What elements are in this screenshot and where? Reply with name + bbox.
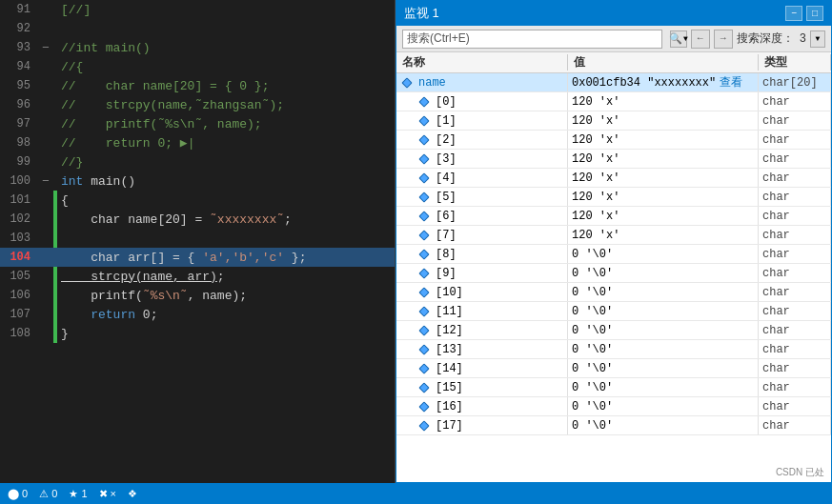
line-num-93: 93 <box>0 41 38 54</box>
line-num-102: 102 <box>0 212 38 226</box>
watch-name-text-12: [11] <box>436 305 463 318</box>
search-icon-btn[interactable]: 🔍 ▼ <box>670 30 687 48</box>
svg-rect-35 <box>420 402 428 410</box>
watch-cell-name-10: [9] <box>396 264 568 282</box>
svg-rect-11 <box>420 173 428 181</box>
depth-dropdown[interactable]: ▼ <box>810 30 825 48</box>
watch-item-icon-1 <box>417 95 431 109</box>
watch-cell-name-18: [17] <box>396 416 568 434</box>
watch-name-text-0: name <box>418 76 446 90</box>
watch-value-text-15: 0 '\0' <box>572 362 613 375</box>
watch-row-1[interactable]: [0]120 'x'char <box>396 92 831 111</box>
watch-value-text-11: 0 '\0' <box>572 286 613 299</box>
watch-value-text-3: 120 'x' <box>572 133 619 147</box>
watch-cell-name-13: [12] <box>396 321 568 339</box>
code-line-103: 103 <box>0 229 395 248</box>
watch-row-3[interactable]: [2]120 'x'char <box>396 131 831 150</box>
watch-row-5[interactable]: [4]120 'x'char <box>396 169 831 188</box>
watch-row-2[interactable]: [1]120 'x'char <box>396 111 831 131</box>
watch-row-8[interactable]: [7]120 'x'char <box>396 226 831 245</box>
watch-row-15[interactable]: [14]0 '\0'char <box>396 359 831 378</box>
watch-cell-type-17: char <box>759 397 831 415</box>
svg-rect-31 <box>420 364 428 372</box>
watch-cell-name-14: [13] <box>396 340 568 358</box>
watch-item-icon-17 <box>417 400 431 413</box>
watch-cell-name-16: [15] <box>396 378 568 396</box>
watch-maximize-btn[interactable]: □ <box>806 6 823 21</box>
status-misc2: ❖ <box>128 488 137 500</box>
watch-type-text-3: char <box>762 133 790 147</box>
watch-item-icon-3 <box>417 133 431 147</box>
code-content-94: //{ <box>53 60 395 74</box>
watch-cell-value-7: 120 'x' <box>568 207 759 225</box>
watch-row-18[interactable]: [17]0 '\0'char <box>396 416 831 435</box>
watch-cell-type-4: char <box>759 150 831 168</box>
svg-rect-33 <box>420 383 428 391</box>
fold-100[interactable]: − <box>38 174 53 189</box>
watch-item-icon-11 <box>417 286 431 299</box>
forward-nav-btn[interactable]: → <box>714 30 733 49</box>
watch-cell-value-11: 0 '\0' <box>568 283 759 301</box>
code-content-104: char arr[] = { 'a','b','c' }; <box>53 251 395 265</box>
watch-type-text-17: char <box>762 400 790 413</box>
status-bar: ⬤ 0 ⚠ 0 ★ 1 ✖ × ❖ <box>0 483 832 504</box>
watch-titlebar: 监视 1 − □ <box>396 1 831 26</box>
svg-rect-7 <box>420 135 428 143</box>
watch-row-6[interactable]: [5]120 'x'char <box>396 188 831 207</box>
fold-93[interactable]: − <box>38 41 53 55</box>
watch-row-12[interactable]: [11]0 '\0'char <box>396 302 831 321</box>
watch-cell-type-8: char <box>759 226 831 244</box>
watch-view-link-0[interactable]: 查看 <box>720 74 742 91</box>
watch-row-0[interactable]: name0x001cfb34 "xxxxxxxx"查看char[20] <box>396 73 831 92</box>
watch-row-17[interactable]: [16]0 '\0'char <box>396 397 831 416</box>
watch-row-10[interactable]: [9]0 '\0'char <box>396 264 831 283</box>
watch-name-text-7: [6] <box>436 210 457 223</box>
line-num-98: 98 <box>0 136 38 150</box>
watch-item-icon-6 <box>417 191 431 204</box>
watch-type-text-0: char[20] <box>762 76 818 90</box>
green-bar-103 <box>53 229 57 248</box>
watch-row-7[interactable]: [6]120 'x'char <box>396 207 831 226</box>
watch-type-text-9: char <box>762 248 790 261</box>
watch-row-4[interactable]: [3]120 'x'char <box>396 150 831 169</box>
watch-row-14[interactable]: [13]0 '\0'char <box>396 340 831 359</box>
watch-item-icon-5 <box>417 171 431 185</box>
watch-row-9[interactable]: [8]0 '\0'char <box>396 245 831 264</box>
code-line-93: 93 − //int main() <box>0 38 395 57</box>
svg-rect-13 <box>420 192 428 200</box>
search-icon: 🔍 <box>669 32 682 45</box>
watch-type-text-2: char <box>762 114 790 128</box>
code-line-94: 94 //{ <box>0 57 395 76</box>
watch-name-text-4: [3] <box>436 152 457 166</box>
watch-value-text-0: 0x001cfb34 "xxxxxxxx" <box>572 76 716 90</box>
watch-row-11[interactable]: [10]0 '\0'char <box>396 283 831 302</box>
watch-cell-name-17: [16] <box>396 397 568 415</box>
watch-cell-type-6: char <box>759 188 831 206</box>
watch-minimize-btn[interactable]: − <box>785 6 802 21</box>
watch-type-text-1: char <box>762 95 790 109</box>
svg-rect-27 <box>420 326 428 333</box>
code-line-91: 91 [//] <box>0 0 395 19</box>
watch-row-13[interactable]: [12]0 '\0'char <box>396 321 831 340</box>
watch-name-text-1: [0] <box>436 95 457 109</box>
line-num-91: 91 <box>0 3 38 16</box>
back-nav-btn[interactable]: ← <box>691 30 710 49</box>
watch-name-text-11: [10] <box>436 286 463 299</box>
watch-cell-value-14: 0 '\0' <box>568 340 759 358</box>
watch-type-text-12: char <box>762 305 790 318</box>
watch-row-16[interactable]: [15]0 '\0'char <box>396 378 831 397</box>
watch-type-text-14: char <box>762 343 790 356</box>
watch-cell-value-15: 0 '\0' <box>568 359 759 377</box>
watch-type-text-11: char <box>762 286 790 299</box>
watch-value-text-7: 120 'x' <box>572 210 619 223</box>
code-content-102: char name[20] = ˜xxxxxxxx˜; <box>57 212 395 227</box>
code-line-95: 95 // char name[20] = { 0 }; <box>0 76 395 95</box>
watch-name-text-9: [8] <box>436 248 457 261</box>
watch-name-text-6: [5] <box>436 191 457 204</box>
code-content-91: [//] <box>53 3 395 17</box>
watch-name-text-16: [15] <box>436 381 463 394</box>
watch-cell-type-11: char <box>759 283 831 301</box>
code-content-98: // return 0; ▶| <box>53 135 395 151</box>
watch-item-icon-13 <box>417 324 431 337</box>
watch-cell-name-3: [2] <box>396 131 568 149</box>
